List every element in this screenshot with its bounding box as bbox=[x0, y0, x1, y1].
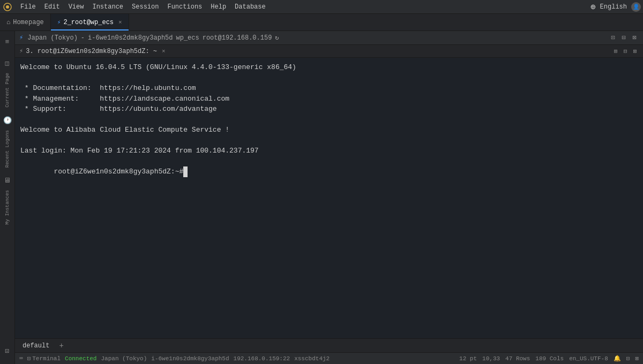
terminal-line-6: Welcome to Alibaba Cloud Elastic Compute… bbox=[20, 125, 638, 135]
terminal-prompt-icon: ⚡ bbox=[19, 47, 23, 55]
sidebar: ≡ ◫ Current Page 🕐 Recent Logons 🖥 My In… bbox=[0, 31, 15, 364]
terminal-line-8: Last login: Mon Feb 19 17:21:23 2024 fro… bbox=[20, 146, 638, 156]
session-tag: wp_ecs bbox=[176, 34, 199, 42]
sidebar-bottom: ⊡ bbox=[1, 345, 14, 360]
menu-instance[interactable]: Instance bbox=[88, 2, 128, 12]
session-dash1: - bbox=[81, 34, 85, 42]
menu-right: ⊕ English 👤 bbox=[590, 2, 641, 12]
recent-logons-group: 🕐 Recent Logons bbox=[1, 114, 14, 168]
sidebar-menu-icon[interactable]: ≡ bbox=[1, 35, 14, 48]
split-horizontal-btn[interactable]: ⊟ bbox=[619, 34, 628, 42]
status-bar: ⌨ ⊡ Terminal Connected Japan (Tokyo) i-6… bbox=[15, 352, 643, 364]
session-terminal-icon: ⚡ bbox=[19, 34, 23, 42]
terminal-split-v-btn[interactable]: ⊠ bbox=[631, 48, 639, 55]
session-region: Japan (Tokyo) bbox=[27, 34, 78, 42]
language-selector[interactable]: English bbox=[600, 3, 627, 11]
split-vertical-btn[interactable]: ⊠ bbox=[630, 34, 639, 42]
terminal-title: ⚡ 3. root@iZ6we1n0s2dmk8gy3aph5dZ: ~ × bbox=[19, 47, 166, 55]
terminal-line-7 bbox=[20, 135, 638, 146]
session-user-host: root@192.168.0.159 bbox=[203, 34, 272, 42]
menu-bar: File Edit View Instance Session Function… bbox=[0, 0, 643, 14]
status-terminal-icon-label[interactable]: ⊡ Terminal bbox=[27, 355, 61, 362]
homepage-label: Homepage bbox=[13, 19, 44, 26]
user-avatar[interactable]: 👤 bbox=[631, 2, 641, 12]
status-session-id: xsscbdt4j2 bbox=[294, 355, 330, 362]
session-instance-id: i-6we1n0s2dmk8gy3aph5d bbox=[88, 34, 173, 42]
tab-active-session[interactable]: ⚡ 2_root@wp_ecs × bbox=[51, 14, 129, 31]
terminal-split-h-btn[interactable]: ⊟ bbox=[622, 48, 629, 55]
terminal-maximize-btn[interactable]: ⊞ bbox=[612, 48, 619, 55]
sidebar-current-page-label: Current Page bbox=[5, 73, 10, 108]
user-icon-char: 👤 bbox=[633, 4, 639, 10]
current-page-group: ◫ Current Page bbox=[1, 57, 14, 108]
terminal-content[interactable]: Welcome to Ubuntu 16.04.5 LTS (GNU/Linux… bbox=[15, 58, 643, 338]
tab-close-button[interactable]: × bbox=[118, 19, 122, 26]
terminal-line-3: * Management: https://landscape.canonica… bbox=[20, 94, 638, 104]
terminal-tab-icon: ⚡ bbox=[57, 19, 61, 26]
terminal-line-1 bbox=[20, 73, 638, 84]
status-host-port: 192.168.0.159:22 bbox=[234, 355, 290, 362]
menu-file[interactable]: File bbox=[16, 2, 40, 12]
status-encoding: en_US.UTF-8 bbox=[569, 355, 608, 362]
terminal-line-4: * Support: https://ubuntu.com/advantage bbox=[20, 104, 638, 115]
status-monitor-icon[interactable]: ⊡ bbox=[626, 355, 630, 362]
sidebar-instances-icon[interactable]: 🖥 bbox=[1, 174, 14, 187]
session-split-controls: ⊡ ⊟ ⊠ bbox=[609, 34, 639, 42]
terminal-prompt-line: root@iZ6we1n0s2dmk8gy3aph5dZ:~# bbox=[20, 156, 638, 188]
menu-session[interactable]: Session bbox=[128, 2, 163, 12]
terminal-line-0: Welcome to Ubuntu 16.04.5 LTS (GNU/Linux… bbox=[20, 62, 638, 73]
menu-help[interactable]: Help bbox=[206, 2, 230, 12]
status-bell-icon[interactable]: 🔔 bbox=[614, 355, 621, 362]
homepage-icon: ⌂ bbox=[6, 19, 10, 26]
menu-view[interactable]: View bbox=[64, 2, 88, 12]
status-terminal-char: ⊡ bbox=[27, 355, 31, 362]
tabs-bar: ⌂ Homepage ⚡ 2_root@wp_ecs × bbox=[0, 14, 643, 31]
status-instance: i-6we1n0s2dmk8gy3aph5d bbox=[151, 355, 229, 362]
status-terminal-text: Terminal bbox=[32, 355, 61, 362]
sidebar-recent-logons-label: Recent Logons bbox=[5, 130, 10, 168]
terminal-header: ⚡ 3. root@iZ6we1n0s2dmk8gy3aph5dZ: ~ × ⊞… bbox=[15, 45, 643, 58]
status-region: Japan (Tokyo) bbox=[101, 355, 147, 362]
menu-database[interactable]: Database bbox=[230, 2, 270, 12]
content-area: ⚡ Japan (Tokyo) - i-6we1n0s2dmk8gy3aph5d… bbox=[15, 31, 643, 364]
session-info: Japan (Tokyo) - i-6we1n0s2dmk8gy3aph5d w… bbox=[27, 34, 279, 42]
active-tab-label: 2_root@wp_ecs bbox=[63, 19, 114, 26]
tab-homepage[interactable]: ⌂ Homepage bbox=[0, 14, 51, 31]
status-share-icon[interactable]: ⊠ bbox=[635, 355, 639, 362]
terminal-close-btn[interactable]: × bbox=[162, 48, 166, 55]
terminal-prompt-text: root@iZ6we1n0s2dmk8gy3aph5dZ:~# bbox=[54, 168, 183, 176]
app-logo bbox=[2, 2, 13, 12]
sidebar-current-page-icon[interactable]: ◫ bbox=[1, 57, 14, 70]
sidebar-bottom-icon[interactable]: ⊡ bbox=[1, 345, 14, 358]
status-cols: 189 Cols bbox=[535, 355, 564, 362]
new-tab-icon[interactable]: ⊕ bbox=[590, 2, 596, 12]
menu-edit[interactable]: Edit bbox=[40, 2, 64, 12]
session-bar: ⚡ Japan (Tokyo) - i-6we1n0s2dmk8gy3aph5d… bbox=[15, 31, 643, 45]
sidebar-instances-label: My Instances bbox=[5, 190, 10, 225]
menu-functions[interactable]: Functions bbox=[163, 2, 206, 12]
status-keyboard-icon[interactable]: ⌨ bbox=[19, 355, 23, 362]
terminal-split-right: ⊞ ⊟ ⊠ bbox=[612, 48, 639, 55]
main-layout: ≡ ◫ Current Page 🕐 Recent Logons 🖥 My In… bbox=[0, 31, 643, 364]
terminal-title-label: 3. root@iZ6we1n0s2dmk8gy3aph5dZ: ~ bbox=[26, 48, 157, 55]
sidebar-recent-logons-icon[interactable]: 🕐 bbox=[1, 114, 14, 127]
status-rows: 47 Rows bbox=[505, 355, 530, 362]
status-right: 12 pt 10,33 47 Rows 189 Cols en_US.UTF-8… bbox=[459, 355, 639, 362]
terminal-cursor bbox=[183, 166, 188, 177]
bottom-tabs: default + bbox=[15, 338, 643, 352]
split-maximize-btn[interactable]: ⊡ bbox=[609, 34, 617, 42]
session-refresh-icon[interactable]: ↻ bbox=[275, 34, 279, 42]
terminal-line-5 bbox=[20, 115, 638, 125]
status-left: ⌨ ⊡ Terminal Connected Japan (Tokyo) i-6… bbox=[19, 355, 330, 362]
status-cursor-pos: 10,33 bbox=[482, 355, 500, 362]
bottom-tab-add-btn[interactable]: + bbox=[55, 339, 68, 352]
terminal-line-2: * Documentation: https://help.ubuntu.com bbox=[20, 83, 638, 94]
status-font-size: 12 pt bbox=[459, 355, 477, 362]
status-connected: Connected bbox=[65, 355, 96, 362]
bottom-tab-default[interactable]: default bbox=[17, 339, 55, 352]
svg-point-1 bbox=[6, 5, 9, 9]
my-instances-group: 🖥 My Instances bbox=[1, 174, 14, 225]
